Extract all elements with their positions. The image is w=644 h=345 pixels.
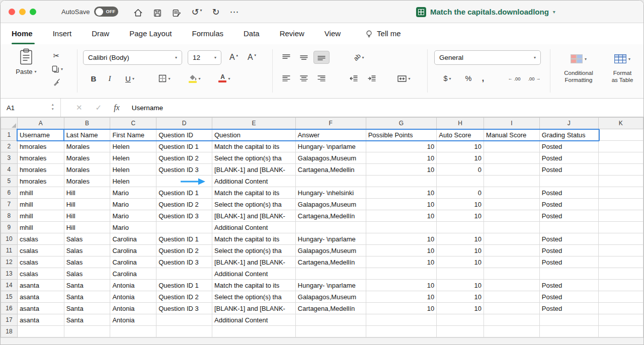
- cell-H17[interactable]: [437, 314, 484, 326]
- cell-E13[interactable]: Additional Content: [212, 268, 296, 280]
- cell-J6[interactable]: Posted: [539, 187, 598, 199]
- cell-B4[interactable]: Morales: [64, 164, 110, 176]
- cell-I17[interactable]: [484, 314, 540, 326]
- cell-C18[interactable]: [110, 326, 156, 337]
- cell-A14[interactable]: asanta: [17, 280, 64, 291]
- cell-K17[interactable]: [598, 314, 643, 326]
- format-as-table-button[interactable]: ▾ Format as Table: [604, 48, 640, 83]
- cell-F12[interactable]: Cartagena,Medellín: [295, 256, 366, 268]
- cell-B9[interactable]: Hill: [64, 222, 110, 233]
- cell-B15[interactable]: Santa: [64, 291, 110, 303]
- cell-I5[interactable]: [484, 176, 540, 187]
- name-box[interactable]: A1 ▲ ▼: [1, 99, 61, 117]
- cell-D16[interactable]: Question ID 3: [156, 303, 212, 314]
- cell-C17[interactable]: Antonia: [110, 314, 156, 326]
- cell-B8[interactable]: Hill: [64, 210, 110, 222]
- cell-C14[interactable]: Antonia: [110, 280, 156, 291]
- cell-J9[interactable]: [539, 222, 598, 233]
- cell-H7[interactable]: 10: [437, 199, 484, 210]
- cell-H13[interactable]: [437, 268, 484, 280]
- copy-button[interactable]: ▾: [49, 62, 66, 75]
- minimize-button[interactable]: [19, 9, 26, 15]
- cell-I3[interactable]: [484, 152, 540, 164]
- column-header-J[interactable]: J: [539, 118, 598, 129]
- cell-C13[interactable]: Carolina: [110, 268, 156, 280]
- cell-J16[interactable]: Posted: [539, 303, 598, 314]
- zoom-button[interactable]: [30, 9, 36, 15]
- cell-I11[interactable]: [484, 245, 540, 256]
- cell-D12[interactable]: Question ID 3: [156, 256, 212, 268]
- cell-H5[interactable]: [437, 176, 484, 187]
- decrease-indent-button[interactable]: [346, 72, 362, 85]
- cell-F16[interactable]: Cartagena,Medellín: [295, 303, 366, 314]
- cell-J15[interactable]: Posted: [539, 291, 598, 303]
- redo-button[interactable]: ↻: [212, 6, 219, 18]
- cell-I7[interactable]: [484, 199, 540, 210]
- row-header-17[interactable]: 17: [1, 314, 18, 326]
- cell-E18[interactable]: [212, 326, 296, 337]
- cell-D17[interactable]: [156, 314, 212, 326]
- column-header-G[interactable]: G: [366, 118, 437, 129]
- cell-D15[interactable]: Question ID 2: [156, 291, 212, 303]
- cell-A5[interactable]: hmorales: [17, 176, 64, 187]
- comma-format-button[interactable]: ,: [477, 72, 489, 85]
- cell-D4[interactable]: Question ID 3: [156, 164, 212, 176]
- column-header-B[interactable]: B: [64, 118, 110, 129]
- column-header-C[interactable]: C: [110, 118, 156, 129]
- cell-G6[interactable]: 10: [366, 187, 437, 199]
- cell-A17[interactable]: asanta: [17, 314, 64, 326]
- cell-G9[interactable]: [366, 222, 437, 233]
- cell-G8[interactable]: 10: [366, 210, 437, 222]
- align-left-button[interactable]: [278, 72, 294, 85]
- cell-A13[interactable]: csalas: [17, 268, 64, 280]
- cell-K3[interactable]: [598, 152, 643, 164]
- cell-A6[interactable]: mhill: [17, 187, 64, 199]
- cell-H9[interactable]: [437, 222, 484, 233]
- cell-I1[interactable]: Manual Score: [484, 129, 540, 141]
- cell-G4[interactable]: 10: [366, 164, 437, 176]
- align-bottom-button[interactable]: [313, 51, 330, 64]
- percent-format-button[interactable]: %: [461, 72, 475, 85]
- column-header-F[interactable]: F: [295, 118, 366, 129]
- cell-K4[interactable]: [598, 164, 643, 176]
- cell-B14[interactable]: Santa: [64, 280, 110, 291]
- cell-G11[interactable]: 10: [366, 245, 437, 256]
- cell-D5[interactable]: [156, 176, 212, 187]
- bold-button[interactable]: B: [86, 72, 101, 85]
- cell-E3[interactable]: Select the option(s) tha: [212, 152, 296, 164]
- cell-F10[interactable]: Hungary- \nparlame: [295, 233, 366, 245]
- cell-B3[interactable]: Morales: [64, 152, 110, 164]
- row-header-13[interactable]: 13: [1, 268, 18, 280]
- text-orientation-button[interactable]: ab ▾: [346, 51, 372, 64]
- cell-A7[interactable]: mhill: [17, 199, 64, 210]
- cell-H4[interactable]: 0: [437, 164, 484, 176]
- cell-D7[interactable]: Question ID 2: [156, 199, 212, 210]
- cell-G2[interactable]: 10: [366, 141, 437, 152]
- cell-I6[interactable]: [484, 187, 540, 199]
- cancel-entry-button[interactable]: ✕: [76, 103, 83, 112]
- cell-J12[interactable]: Posted: [539, 256, 598, 268]
- cell-F14[interactable]: Hungary- \nparlame: [295, 280, 366, 291]
- cell-D9[interactable]: [156, 222, 212, 233]
- cell-B6[interactable]: Hill: [64, 187, 110, 199]
- cell-E6[interactable]: Match the capital to its: [212, 187, 296, 199]
- font-name-select[interactable]: Calibri (Body) ▾: [83, 50, 182, 65]
- cell-H2[interactable]: 10: [437, 141, 484, 152]
- cell-F5[interactable]: [295, 176, 366, 187]
- paste-button[interactable]: Paste ▾: [11, 48, 42, 75]
- cell-D14[interactable]: Question ID 1: [156, 280, 212, 291]
- cell-A12[interactable]: csalas: [17, 256, 64, 268]
- cell-J14[interactable]: Posted: [539, 280, 598, 291]
- more-commands-button[interactable]: ⋯: [230, 6, 239, 18]
- cell-A3[interactable]: hmorales: [17, 152, 64, 164]
- cell-G18[interactable]: [366, 326, 437, 337]
- cell-J10[interactable]: Posted: [539, 233, 598, 245]
- cell-G17[interactable]: [366, 314, 437, 326]
- cell-H16[interactable]: 10: [437, 303, 484, 314]
- cell-D10[interactable]: Question ID 1: [156, 233, 212, 245]
- cell-K12[interactable]: [598, 256, 643, 268]
- cell-F11[interactable]: Galapagos,Museum: [295, 245, 366, 256]
- cell-I10[interactable]: [484, 233, 540, 245]
- cell-B16[interactable]: Santa: [64, 303, 110, 314]
- cell-A10[interactable]: csalas: [17, 233, 64, 245]
